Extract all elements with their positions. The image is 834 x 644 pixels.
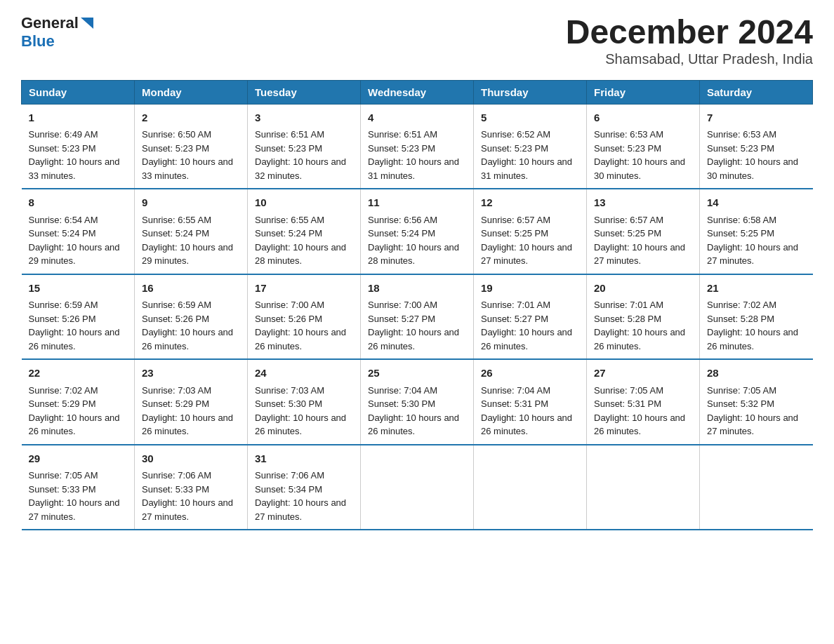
day-number: 6 (594, 110, 692, 126)
logo: General Blue (21, 14, 93, 51)
calendar-cell: 6Sunrise: 6:53 AMSunset: 5:23 PMDaylight… (587, 104, 700, 189)
column-header-sunday: Sunday (22, 80, 135, 104)
daylight-text: Daylight: 10 hours and 26 minutes. (707, 327, 798, 351)
calendar-cell: 27Sunrise: 7:05 AMSunset: 5:31 PMDayligh… (587, 359, 700, 445)
sunset-text: Sunset: 5:26 PM (29, 314, 96, 324)
day-number: 13 (594, 195, 692, 211)
sunset-text: Sunset: 5:29 PM (142, 398, 209, 409)
day-number: 4 (368, 110, 466, 126)
sunrise-text: Sunrise: 7:04 AM (481, 385, 550, 396)
column-header-friday: Friday (587, 80, 700, 104)
column-header-tuesday: Tuesday (248, 80, 361, 104)
day-number: 24 (255, 365, 353, 382)
sunset-text: Sunset: 5:31 PM (594, 398, 661, 409)
sunset-text: Sunset: 5:25 PM (707, 228, 774, 239)
sunrise-text: Sunrise: 6:59 AM (142, 300, 211, 310)
daylight-text: Daylight: 10 hours and 31 minutes. (368, 156, 459, 181)
calendar-cell (361, 445, 474, 530)
sunset-text: Sunset: 5:23 PM (707, 143, 774, 154)
sunrise-text: Sunrise: 7:00 AM (368, 300, 437, 310)
calendar-cell: 7Sunrise: 6:53 AMSunset: 5:23 PMDaylight… (700, 104, 813, 189)
sunrise-text: Sunrise: 6:55 AM (142, 215, 211, 225)
calendar-cell: 1Sunrise: 6:49 AMSunset: 5:23 PMDaylight… (22, 104, 135, 189)
sunrise-text: Sunrise: 6:53 AM (594, 129, 663, 140)
calendar-cell: 2Sunrise: 6:50 AMSunset: 5:23 PMDaylight… (135, 104, 248, 189)
sunset-text: Sunset: 5:31 PM (481, 398, 548, 409)
sunrise-text: Sunrise: 7:04 AM (368, 385, 437, 396)
calendar-week-row: 22Sunrise: 7:02 AMSunset: 5:29 PMDayligh… (22, 359, 813, 445)
sunset-text: Sunset: 5:24 PM (255, 228, 322, 239)
sunrise-text: Sunrise: 7:05 AM (707, 385, 776, 396)
svg-marker-0 (81, 18, 93, 29)
calendar-cell: 15Sunrise: 6:59 AMSunset: 5:26 PMDayligh… (22, 274, 135, 360)
day-number: 28 (707, 365, 806, 382)
day-number: 29 (29, 451, 128, 467)
calendar-cell: 21Sunrise: 7:02 AMSunset: 5:28 PMDayligh… (700, 274, 813, 360)
calendar-cell: 23Sunrise: 7:03 AMSunset: 5:29 PMDayligh… (135, 359, 248, 445)
column-header-monday: Monday (135, 80, 248, 104)
sunset-text: Sunset: 5:23 PM (142, 143, 209, 154)
sunrise-text: Sunrise: 7:03 AM (142, 385, 211, 396)
day-number: 20 (594, 281, 692, 297)
sunrise-text: Sunrise: 6:54 AM (29, 215, 98, 225)
daylight-text: Daylight: 10 hours and 26 minutes. (594, 412, 685, 437)
calendar-week-row: 15Sunrise: 6:59 AMSunset: 5:26 PMDayligh… (22, 274, 813, 360)
sunset-text: Sunset: 5:34 PM (255, 484, 322, 495)
day-number: 30 (142, 451, 240, 467)
day-number: 11 (368, 195, 466, 211)
sunset-text: Sunset: 5:26 PM (142, 314, 209, 324)
calendar-cell: 24Sunrise: 7:03 AMSunset: 5:30 PMDayligh… (248, 359, 361, 445)
sunrise-text: Sunrise: 7:03 AM (255, 385, 324, 396)
calendar-cell: 10Sunrise: 6:55 AMSunset: 5:24 PMDayligh… (248, 189, 361, 274)
sunrise-text: Sunrise: 6:58 AM (707, 215, 776, 225)
sunrise-text: Sunrise: 6:52 AM (481, 129, 550, 140)
sunrise-text: Sunrise: 7:06 AM (142, 470, 211, 481)
day-number: 25 (368, 365, 466, 382)
day-number: 14 (707, 195, 806, 211)
calendar-cell: 3Sunrise: 6:51 AMSunset: 5:23 PMDaylight… (248, 104, 361, 189)
daylight-text: Daylight: 10 hours and 28 minutes. (368, 242, 459, 267)
day-number: 27 (594, 365, 692, 382)
sunset-text: Sunset: 5:23 PM (594, 143, 661, 154)
calendar-cell: 5Sunrise: 6:52 AMSunset: 5:23 PMDaylight… (474, 104, 587, 189)
day-number: 19 (481, 281, 579, 297)
calendar-cell: 4Sunrise: 6:51 AMSunset: 5:23 PMDaylight… (361, 104, 474, 189)
sunset-text: Sunset: 5:32 PM (707, 398, 774, 409)
daylight-text: Daylight: 10 hours and 26 minutes. (142, 327, 233, 351)
calendar-cell: 9Sunrise: 6:55 AMSunset: 5:24 PMDaylight… (135, 189, 248, 274)
daylight-text: Daylight: 10 hours and 33 minutes. (29, 156, 120, 181)
calendar-cell (587, 445, 700, 530)
daylight-text: Daylight: 10 hours and 27 minutes. (255, 497, 346, 522)
daylight-text: Daylight: 10 hours and 26 minutes. (594, 327, 685, 351)
daylight-text: Daylight: 10 hours and 33 minutes. (142, 156, 233, 181)
calendar-cell: 14Sunrise: 6:58 AMSunset: 5:25 PMDayligh… (700, 189, 813, 274)
daylight-text: Daylight: 10 hours and 27 minutes. (481, 242, 572, 267)
calendar-cell: 17Sunrise: 7:00 AMSunset: 5:26 PMDayligh… (248, 274, 361, 360)
sunset-text: Sunset: 5:33 PM (29, 484, 96, 495)
day-number: 18 (368, 281, 466, 297)
page-header: General Blue December 2024 Shamsabad, Ut… (21, 14, 813, 67)
calendar-cell: 31Sunrise: 7:06 AMSunset: 5:34 PMDayligh… (248, 445, 361, 530)
day-number: 9 (142, 195, 240, 211)
sunrise-text: Sunrise: 6:51 AM (255, 129, 324, 140)
sunset-text: Sunset: 5:33 PM (142, 484, 209, 495)
daylight-text: Daylight: 10 hours and 29 minutes. (29, 242, 120, 267)
column-header-thursday: Thursday (474, 80, 587, 104)
daylight-text: Daylight: 10 hours and 26 minutes. (481, 412, 572, 437)
sunrise-text: Sunrise: 7:05 AM (29, 470, 98, 481)
day-number: 31 (255, 451, 353, 467)
sunset-text: Sunset: 5:28 PM (594, 314, 661, 324)
sunset-text: Sunset: 5:27 PM (368, 314, 435, 324)
day-number: 16 (142, 281, 240, 297)
sunrise-text: Sunrise: 7:01 AM (481, 300, 550, 310)
sunrise-text: Sunrise: 6:55 AM (255, 215, 324, 225)
sunrise-text: Sunrise: 7:02 AM (29, 385, 98, 396)
calendar-week-row: 1Sunrise: 6:49 AMSunset: 5:23 PMDaylight… (22, 104, 813, 189)
sunset-text: Sunset: 5:26 PM (255, 314, 322, 324)
daylight-text: Daylight: 10 hours and 27 minutes. (707, 242, 798, 267)
calendar-cell: 8Sunrise: 6:54 AMSunset: 5:24 PMDaylight… (22, 189, 135, 274)
calendar-cell: 22Sunrise: 7:02 AMSunset: 5:29 PMDayligh… (22, 359, 135, 445)
daylight-text: Daylight: 10 hours and 32 minutes. (255, 156, 346, 181)
day-number: 12 (481, 195, 579, 211)
logo-blue-text: Blue (21, 32, 55, 51)
